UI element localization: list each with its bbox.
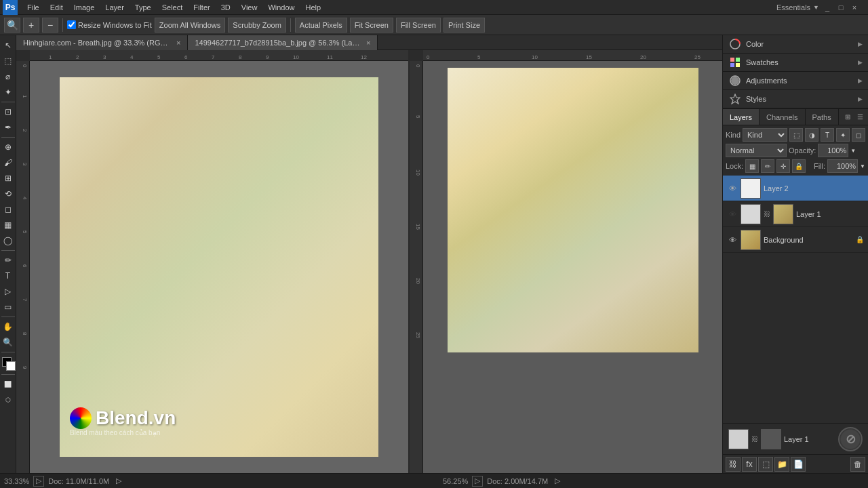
watermark-text: Blend.vn — [96, 407, 176, 429]
ruler-tick: 5 — [157, 54, 160, 60]
filter-smart-btn[interactable]: ◻ — [852, 128, 865, 142]
status-right: 56.25% ▷ Doc: 2.00M/14.7M ▷ — [429, 476, 864, 487]
menu-3d[interactable]: 3D — [216, 2, 236, 13]
zoom-indicator-btn-r[interactable]: ▷ — [472, 476, 483, 487]
zoom-indicator-btn[interactable]: ▷ — [33, 476, 44, 487]
layer-item-layer2[interactable]: 👁 Layer 2 — [723, 176, 868, 201]
resize-windows-check[interactable] — [67, 20, 76, 29]
menu-edit[interactable]: Edit — [45, 2, 68, 13]
layer-lock-row: Lock: ▦ ✏ ✛ 🔒 Fill: ▼ — [726, 159, 865, 173]
actual-pixels-btn[interactable]: Actual Pixels — [295, 18, 347, 33]
minimize-btn[interactable]: _ — [822, 2, 833, 13]
lock-position-btn[interactable]: ✛ — [776, 159, 790, 173]
layer1-visibility[interactable]: 👁 — [727, 209, 738, 220]
doc-tab-1-close[interactable]: × — [176, 39, 180, 47]
add-mask-btn[interactable]: ⬚ — [758, 457, 773, 472]
lasso-tool[interactable]: ⌀ — [1, 69, 16, 84]
menu-select[interactable]: Select — [157, 2, 189, 13]
tab-layers[interactable]: Layers — [723, 109, 760, 125]
screen-mode-btn[interactable]: ⬡ — [1, 392, 16, 407]
fill-input[interactable] — [827, 159, 858, 173]
menu-window[interactable]: Window — [262, 2, 300, 13]
zoom-tool-icon[interactable]: 🔍 — [4, 18, 20, 33]
expand-icon[interactable]: ⊞ — [842, 112, 853, 123]
kind-select[interactable]: Kind — [743, 128, 787, 142]
background-lock-icon: 🔒 — [856, 236, 864, 243]
history-brush-tool[interactable]: ⟲ — [1, 186, 16, 201]
menu-type[interactable]: Type — [130, 2, 157, 13]
filter-pixel-btn[interactable]: ⬚ — [789, 128, 803, 142]
clone-tool[interactable]: ⊞ — [1, 171, 16, 186]
eraser-tool[interactable]: ◻ — [1, 202, 16, 217]
color-panel-toggle[interactable]: Color ▶ — [723, 35, 868, 53]
scrubby-zoom-btn[interactable]: Scrubby Zoom — [228, 18, 286, 33]
fill-screen-btn[interactable]: Fill Screen — [396, 18, 441, 33]
h-ruler-left: 1 2 3 4 5 6 7 8 9 10 11 12 — [30, 50, 408, 61]
new-layer-btn[interactable]: 📄 — [791, 457, 806, 472]
menu-filter[interactable]: Filter — [188, 2, 215, 13]
doc-tab-1[interactable]: Hinhgiare.com - Breath.jpg @ 33.3% (RGB/… — [16, 35, 188, 50]
menu-help[interactable]: Help — [300, 2, 327, 13]
move-tool[interactable]: ↖ — [1, 38, 16, 53]
path-select-tool[interactable]: ▷ — [1, 284, 16, 299]
quick-mask-btn[interactable]: ⬜ — [1, 377, 16, 392]
delete-layer-btn[interactable]: 🗑 — [850, 457, 865, 472]
new-group-btn[interactable]: 📁 — [774, 457, 789, 472]
menu-layer[interactable]: Layer — [100, 2, 130, 13]
spot-heal-tool[interactable]: ⊕ — [1, 140, 16, 155]
opacity-input[interactable]: 100% — [818, 144, 848, 157]
opacity-arrow[interactable]: ▼ — [850, 148, 856, 154]
shape-tool[interactable]: ▭ — [1, 300, 16, 314]
adjustments-panel-toggle[interactable]: Adjustments ▶ — [723, 72, 868, 89]
status-arrow-right[interactable]: ▷ — [552, 476, 563, 487]
layer-item-background[interactable]: 👁 Background 🔒 — [723, 227, 868, 253]
zoom-out-btn[interactable]: − — [42, 18, 58, 33]
fill-arrow[interactable]: ▼ — [860, 163, 865, 169]
brush-tool[interactable]: 🖌 — [1, 155, 16, 170]
background-color[interactable] — [6, 361, 16, 371]
tab-paths[interactable]: Paths — [806, 109, 839, 125]
fit-screen-btn[interactable]: Fit Screen — [350, 18, 393, 33]
background-visibility[interactable]: 👁 — [727, 235, 738, 245]
layer-preview-row: ⛓ Layer 1 ⊘ — [723, 423, 868, 454]
maximize-btn[interactable]: □ — [835, 2, 846, 13]
menu-image[interactable]: Image — [68, 2, 100, 13]
lock-pixels-btn[interactable]: ✏ — [761, 159, 774, 173]
layer2-visibility[interactable]: 👁 — [727, 183, 738, 194]
tab-channels[interactable]: Channels — [760, 109, 805, 125]
text-tool[interactable]: T — [1, 268, 16, 283]
quick-select-tool[interactable]: ✦ — [1, 85, 16, 100]
swatches-panel-toggle[interactable]: Swatches ▶ — [723, 54, 868, 71]
crop-tool[interactable]: ⊡ — [1, 104, 16, 119]
close-btn[interactable]: × — [849, 2, 860, 13]
dodge-tool[interactable]: ◯ — [1, 233, 16, 248]
panel-menu-icon[interactable]: ☰ — [854, 112, 865, 123]
doc-tab-2-close[interactable]: × — [366, 39, 370, 47]
zoom-tool[interactable]: 🔍 — [1, 335, 16, 350]
menu-file[interactable]: File — [22, 2, 45, 13]
lock-transparent-btn[interactable]: ▦ — [745, 159, 759, 173]
status-arrow-left[interactable]: ▷ — [113, 476, 124, 487]
adjustments-panel-icon — [728, 74, 742, 87]
link-layers-btn[interactable]: ⛓ — [726, 457, 741, 472]
blend-mode-select[interactable]: Normal Multiply Screen — [726, 144, 787, 157]
doc-tab-2[interactable]: 14994627717_b7d28915ba_b.jpg @ 56.3% (La… — [188, 35, 378, 50]
zoom-in-btn[interactable]: + — [23, 18, 39, 33]
gradient-tool[interactable]: ▦ — [1, 218, 16, 232]
pen-tool[interactable]: ✏ — [1, 253, 16, 268]
layer-fx-btn[interactable]: fx — [742, 457, 757, 472]
filter-adjust-btn[interactable]: ◑ — [805, 128, 818, 142]
ruler-tick: 12 — [361, 54, 367, 60]
hand-tool[interactable]: ✋ — [1, 319, 16, 334]
layer-item-layer1[interactable]: 👁 ⛓ Layer 1 — [723, 201, 868, 227]
select-tool[interactable]: ⬚ — [1, 54, 16, 68]
styles-panel-toggle[interactable]: Styles ▶ — [723, 90, 868, 108]
print-size-btn[interactable]: Print Size — [443, 18, 485, 33]
zoom-all-btn[interactable]: Zoom All Windows — [155, 18, 225, 33]
layers-panel-controls: ⊞ ☰ — [842, 109, 868, 125]
filter-shape-btn[interactable]: ✦ — [836, 128, 850, 142]
eyedropper-tool[interactable]: ✒ — [1, 120, 16, 135]
filter-type-btn[interactable]: T — [821, 128, 834, 142]
lock-all-btn[interactable]: 🔒 — [792, 159, 806, 173]
menu-view[interactable]: View — [236, 2, 263, 13]
